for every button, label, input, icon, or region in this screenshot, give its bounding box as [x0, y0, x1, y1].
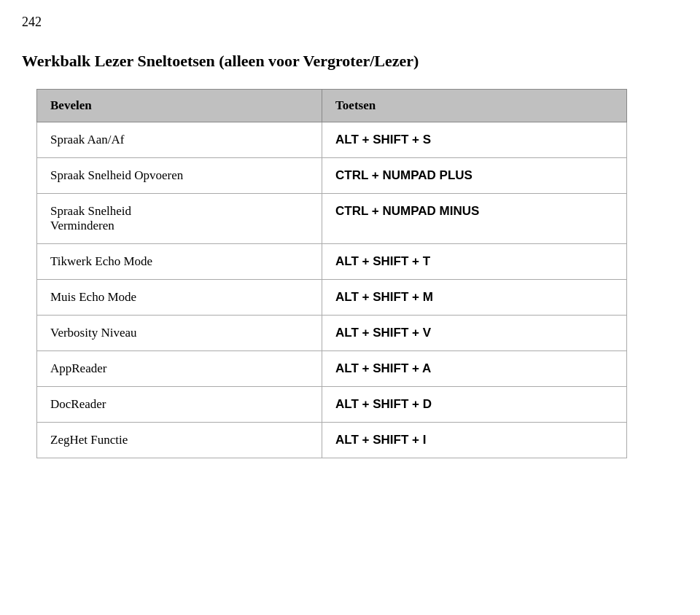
shortcut-cell: CTRL + NUMPAD PLUS	[322, 158, 627, 194]
shortcut-cell: ALT + SHIFT + A	[322, 351, 627, 387]
table-row: AppReaderALT + SHIFT + A	[37, 351, 627, 387]
col-bevelen-header: Bevelen	[37, 90, 322, 122]
col-toetsen-header: Toetsen	[322, 90, 627, 122]
table-header-row: Bevelen Toetsen	[37, 90, 627, 122]
command-cell: Verbosity Niveau	[37, 316, 322, 351]
command-cell: Muis Echo Mode	[37, 280, 322, 316]
shortcut-cell: ALT + SHIFT + V	[322, 316, 627, 351]
table-row: Tikwerk Echo ModeALT + SHIFT + T	[37, 244, 627, 280]
command-cell: ZegHet Functie	[37, 423, 322, 458]
table-row: ZegHet FunctieALT + SHIFT + I	[37, 423, 627, 458]
table-row: Spraak SnelheidVerminderenCTRL + NUMPAD …	[37, 194, 627, 244]
shortcut-cell: ALT + SHIFT + D	[322, 387, 627, 423]
table-row: Spraak Snelheid OpvoerenCTRL + NUMPAD PL…	[37, 158, 627, 194]
table-row: Verbosity NiveauALT + SHIFT + V	[37, 316, 627, 351]
command-cell: DocReader	[37, 387, 322, 423]
command-cell: Spraak SnelheidVerminderen	[37, 194, 322, 244]
shortcut-cell: ALT + SHIFT + T	[322, 244, 627, 280]
shortcuts-table: Bevelen Toetsen Spraak Aan/AfALT + SHIFT…	[36, 89, 627, 458]
table-row: Muis Echo ModeALT + SHIFT + M	[37, 280, 627, 316]
table-row: DocReaderALT + SHIFT + D	[37, 387, 627, 423]
shortcut-cell: CTRL + NUMPAD MINUS	[322, 194, 627, 244]
page-number: 242	[22, 15, 678, 30]
command-cell: Tikwerk Echo Mode	[37, 244, 322, 280]
table-row: Spraak Aan/AfALT + SHIFT + S	[37, 122, 627, 158]
shortcut-cell: ALT + SHIFT + I	[322, 423, 627, 458]
command-cell: Spraak Snelheid Opvoeren	[37, 158, 322, 194]
shortcut-cell: ALT + SHIFT + M	[322, 280, 627, 316]
command-cell: Spraak Aan/Af	[37, 122, 322, 158]
shortcut-cell: ALT + SHIFT + S	[322, 122, 627, 158]
page-title: Werkbalk Lezer Sneltoetsen (alleen voor …	[22, 52, 678, 71]
command-cell: AppReader	[37, 351, 322, 387]
